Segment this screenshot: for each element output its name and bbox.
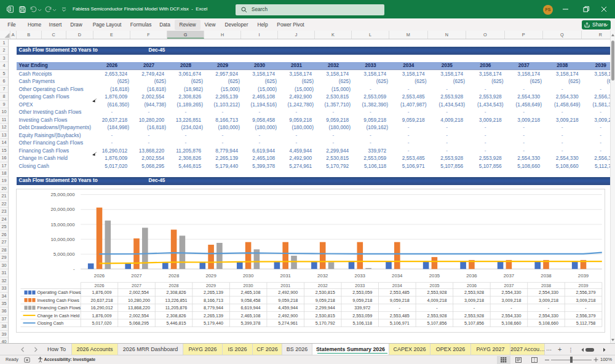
- svg-text:2035: 2035: [429, 282, 439, 288]
- svg-text:3,009,218: 3,009,218: [576, 297, 595, 303]
- svg-text:2035: 2035: [429, 273, 440, 279]
- svg-text:2030: 2030: [242, 273, 253, 279]
- svg-text:5,017,020: 5,017,020: [92, 320, 111, 325]
- svg-text:5,107,856: 5,107,856: [464, 320, 483, 325]
- svg-text:5,107,856: 5,107,856: [427, 320, 446, 325]
- svg-text:13,226,851: 13,226,851: [165, 297, 187, 303]
- svg-text:2,553,485: 2,553,485: [389, 290, 409, 295]
- svg-text:2,553,928: 2,553,928: [427, 290, 446, 295]
- svg-text:16,290,012: 16,290,012: [90, 305, 113, 311]
- svg-text:15,000,000: 15,000,000: [50, 221, 75, 227]
- svg-text:2,299,944: 2,299,944: [315, 305, 335, 311]
- svg-text:2,556,379: 2,556,379: [576, 290, 595, 295]
- svg-text:5,108,660: 5,108,660: [539, 320, 558, 325]
- svg-text:2,553,059: 2,553,059: [352, 290, 372, 295]
- svg-text:Operating Cash Flows: Operating Cash Flows: [37, 290, 81, 295]
- svg-text:1,876,009: 1,876,009: [92, 290, 111, 295]
- svg-text:2,530,815: 2,530,815: [315, 290, 335, 295]
- svg-text:20,637,218: 20,637,218: [90, 297, 113, 303]
- svg-text:2037: 2037: [504, 282, 514, 288]
- svg-text:2026: 2026: [93, 273, 104, 279]
- svg-text:2,002,554: 2,002,554: [129, 312, 149, 318]
- svg-text:5,068,295: 5,068,295: [129, 320, 149, 325]
- svg-text:20,000,000: 20,000,000: [50, 207, 75, 212]
- svg-text:2,554,330: 2,554,330: [539, 290, 558, 295]
- svg-text:Closing Cash: Closing Cash: [37, 320, 63, 325]
- svg-text:9,058,458: 9,058,458: [240, 297, 260, 303]
- svg-text:5,399,378: 5,399,378: [240, 320, 260, 325]
- svg-text:1,876,009: 1,876,009: [92, 312, 111, 318]
- svg-text:2028: 2028: [168, 273, 178, 279]
- svg-text:2032: 2032: [317, 282, 327, 288]
- svg-text:10,000,000: 10,000,000: [50, 236, 75, 242]
- svg-text:2,492,900: 2,492,900: [278, 290, 298, 295]
- svg-text:2027: 2027: [131, 273, 141, 279]
- svg-text:2037: 2037: [503, 273, 514, 279]
- svg-text:2,556,379: 2,556,379: [576, 312, 595, 318]
- svg-text:25,000,000: 25,000,000: [50, 192, 75, 197]
- svg-text:2027: 2027: [132, 282, 141, 288]
- svg-text:2038: 2038: [541, 282, 551, 288]
- svg-text:2,002,554: 2,002,554: [129, 290, 149, 295]
- svg-text:8,166,713: 8,166,713: [204, 297, 223, 303]
- svg-text:2,553,928: 2,553,928: [464, 312, 483, 318]
- svg-text:2,265,139: 2,265,139: [204, 290, 223, 295]
- svg-text:2,492,900: 2,492,900: [278, 312, 298, 318]
- svg-text:2034: 2034: [392, 282, 402, 288]
- svg-text:2036: 2036: [466, 273, 477, 279]
- svg-text:2,553,928: 2,553,928: [464, 290, 483, 295]
- svg-text:2,465,108: 2,465,108: [240, 290, 260, 295]
- svg-text:9,059,218: 9,059,218: [315, 297, 335, 303]
- svg-text:5,000,000: 5,000,000: [53, 251, 74, 256]
- svg-text:9,059,218: 9,059,218: [352, 297, 372, 303]
- svg-text:2,554,330: 2,554,330: [501, 290, 521, 295]
- svg-text:2,308,826: 2,308,826: [166, 312, 186, 318]
- svg-text:5,274,961: 5,274,961: [278, 320, 298, 325]
- svg-text:9,059,218: 9,059,218: [278, 297, 298, 303]
- svg-text:2039: 2039: [577, 273, 588, 279]
- svg-text:5,106,971: 5,106,971: [389, 320, 409, 325]
- svg-text:9,059,218: 9,059,218: [389, 297, 409, 303]
- svg-text:2038: 2038: [541, 273, 551, 279]
- svg-text:Change In Cash Held: Change In Cash Held: [37, 312, 79, 318]
- svg-text:2039: 2039: [578, 282, 588, 288]
- svg-text:2,554,330: 2,554,330: [501, 312, 521, 318]
- svg-text:6,619,944: 6,619,944: [240, 305, 260, 311]
- svg-text:5,446,815: 5,446,815: [166, 320, 186, 325]
- svg-text:Financing Cash Flows: Financing Cash Flows: [37, 305, 81, 311]
- svg-text:2,553,059: 2,553,059: [352, 312, 372, 318]
- svg-text:3,009,218: 3,009,218: [464, 297, 483, 303]
- svg-text:5,170,792: 5,170,792: [315, 320, 335, 325]
- svg-text:2030: 2030: [243, 282, 253, 288]
- svg-text:2036: 2036: [466, 282, 476, 288]
- svg-text:339,972: 339,972: [354, 305, 370, 311]
- svg-text:13,868,220: 13,868,220: [128, 305, 150, 311]
- svg-text:5,106,118: 5,106,118: [352, 320, 371, 325]
- svg-text:2029: 2029: [206, 282, 216, 288]
- svg-text:2,465,108: 2,465,108: [240, 312, 260, 318]
- svg-text:2031: 2031: [280, 273, 290, 279]
- svg-text:2,553,485: 2,553,485: [389, 312, 409, 318]
- svg-text:5,179,440: 5,179,440: [204, 320, 223, 325]
- svg-text:3,009,218: 3,009,218: [539, 297, 558, 303]
- svg-text:2031: 2031: [280, 282, 290, 288]
- svg-text:2026: 2026: [94, 282, 104, 288]
- svg-text:10,280,200: 10,280,200: [128, 297, 150, 303]
- svg-text:5,112,758: 5,112,758: [576, 320, 595, 325]
- svg-text:2,308,826: 2,308,826: [166, 290, 186, 295]
- svg-text:2,554,330: 2,554,330: [539, 312, 558, 318]
- svg-text:2034: 2034: [392, 273, 403, 279]
- svg-text:8,779,944: 8,779,944: [204, 305, 223, 311]
- svg-text:2033: 2033: [355, 282, 365, 288]
- svg-text:2,530,815: 2,530,815: [315, 312, 335, 318]
- svg-text:2033: 2033: [354, 273, 365, 279]
- svg-text:4,459,944: 4,459,944: [278, 305, 298, 311]
- svg-text:4,009,218: 4,009,218: [427, 297, 446, 303]
- svg-text:5,108,660: 5,108,660: [501, 320, 521, 325]
- svg-text:-: -: [73, 266, 74, 272]
- svg-text:3,009,218: 3,009,218: [501, 297, 521, 303]
- svg-text:2028: 2028: [169, 282, 178, 288]
- svg-text:2,265,139: 2,265,139: [204, 312, 223, 318]
- svg-text:11,205,876: 11,205,876: [165, 305, 186, 311]
- svg-text:2029: 2029: [205, 273, 216, 279]
